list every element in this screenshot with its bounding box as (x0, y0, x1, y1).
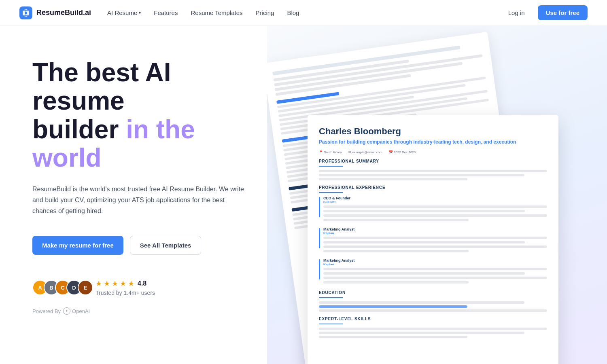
hero-title-line1: The best AI resume (32, 58, 171, 115)
hero-description: ResumeBuild is the world's most trusted … (32, 184, 248, 217)
make-resume-button[interactable]: Make my resume for free (32, 236, 123, 255)
chevron-down-icon: ▾ (139, 11, 141, 15)
logo-link[interactable]: ResumeBuild.ai (19, 6, 91, 19)
job-entry-1: CEO & Founder Buli Net (319, 196, 547, 223)
nav-link-features[interactable]: Features (154, 9, 178, 16)
job3-company: Kaplan (323, 262, 547, 266)
resume-section-education: EDUCATION (319, 290, 547, 295)
svg-point-1 (25, 12, 27, 14)
star-icon: ★ (112, 279, 118, 288)
powered-by: Powered By ✦ OpenAI (32, 307, 248, 315)
hero-right: Charles Bloomberg Passion for building c… (267, 26, 607, 364)
avatar: E (78, 280, 93, 295)
resume-section-experience: PROFESSIONAL EXPERIENCE (319, 185, 547, 190)
job2-title: Marketing Analyst (323, 227, 547, 231)
avatars: A B C D E (32, 280, 89, 295)
rating-block: ★ ★ ★ ★ ★ 4.8 Trusted by 1.4m+ users (96, 279, 155, 296)
job-entry-2: Marketing Analyst Kaplan (319, 227, 547, 254)
openai-icon: ✦ (63, 307, 70, 315)
main-content: The best AI resume builder in the world … (0, 26, 607, 364)
job-entry-3: Marketing Analyst Kaplan (319, 258, 547, 286)
resume-section-skills: EXPERT-LEVEL SKILLS (319, 317, 547, 321)
navbar: ResumeBuild.ai AI Resume ▾ Features Resu… (0, 0, 607, 26)
star-icon: ★ (96, 279, 102, 288)
resume-name: Charles Bloomberg (319, 126, 547, 137)
stars-row: ★ ★ ★ ★ ★ 4.8 (96, 279, 155, 288)
see-templates-button[interactable]: See All Templates (130, 236, 202, 255)
nav-item-resume-templates[interactable]: Resume Templates (191, 9, 242, 17)
star-icon: ★ (120, 279, 126, 288)
hero-left: The best AI resume builder in the world … (0, 26, 267, 364)
trust-text: Trusted by 1.4m+ users (96, 290, 155, 296)
nav-link-pricing[interactable]: Pricing (256, 9, 274, 16)
nav-item-ai-resume[interactable]: AI Resume ▾ (107, 9, 141, 16)
nav-left: ResumeBuild.ai AI Resume ▾ Features Resu… (19, 6, 299, 19)
login-button[interactable]: Log in (502, 6, 531, 19)
hero-title-line2-plain: builder (32, 115, 126, 144)
nav-item-features[interactable]: Features (154, 9, 178, 17)
nav-link-resume-templates[interactable]: Resume Templates (191, 9, 242, 16)
logo-text: ResumeBuild.ai (36, 8, 91, 17)
rating-number: 4.8 (138, 280, 146, 287)
hero-title: The best AI resume builder in the world (32, 58, 248, 172)
nav-item-blog[interactable]: Blog (287, 9, 299, 17)
resume-subtitle: Passion for building companies through i… (319, 139, 547, 145)
nav-link-blog[interactable]: Blog (287, 9, 299, 16)
star-icon: ★ (104, 279, 110, 288)
nav-item-pricing[interactable]: Pricing (256, 9, 274, 17)
resume-section-summary: PROFESSIONAL SUMMARY (319, 159, 547, 163)
social-proof: A B C D E ★ ★ ★ ★ ★ 4.8 Trusted by 1.4m+… (32, 279, 248, 296)
nav-link-ai-resume[interactable]: AI Resume ▾ (107, 9, 141, 16)
resume-foreground: Charles Bloomberg Passion for building c… (308, 115, 558, 364)
nav-links: AI Resume ▾ Features Resume Templates Pr… (107, 9, 299, 17)
openai-logo: ✦ OpenAI (63, 307, 90, 315)
openai-label: OpenAI (72, 308, 90, 314)
nav-right: Log in Use for free (502, 5, 588, 20)
hero-buttons: Make my resume for free See All Template… (32, 236, 248, 255)
job1-company: Buli Net (323, 200, 547, 204)
job2-company: Kaplan (323, 231, 547, 235)
use-for-free-button[interactable]: Use for free (538, 5, 588, 20)
job3-title: Marketing Analyst (323, 258, 547, 262)
star-icon: ★ (128, 279, 134, 288)
logo-icon (19, 6, 32, 19)
job1-title: CEO & Founder (323, 196, 547, 200)
resume-stack: Charles Bloomberg Passion for building c… (267, 34, 607, 364)
